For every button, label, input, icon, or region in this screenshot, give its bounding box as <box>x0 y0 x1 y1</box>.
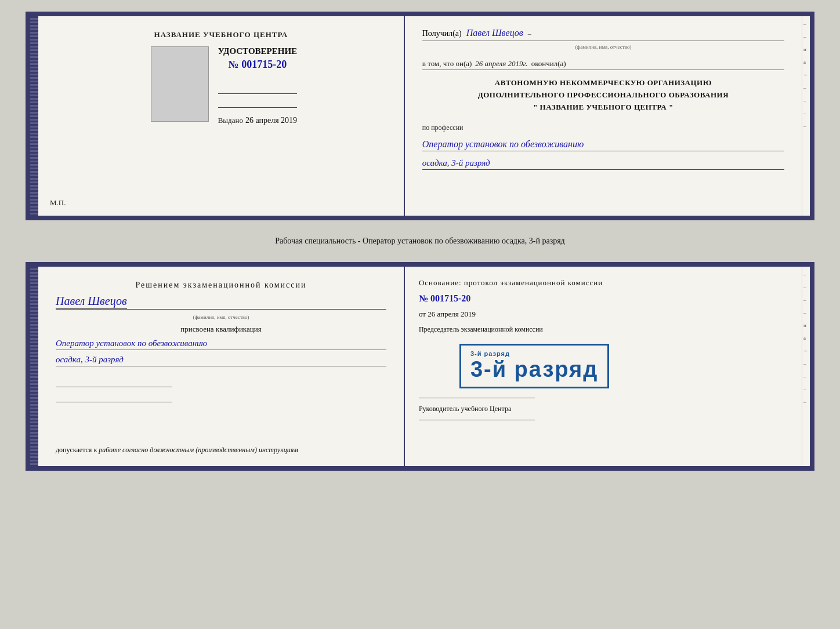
fio-hint-text: (фамилия, имя, отчество) <box>422 44 784 50</box>
osnov-label: Основание: протокол экзаменационной коми… <box>419 278 788 288</box>
photo-placeholder <box>151 46 209 122</box>
ot-date: 26 апреля 2019 <box>428 310 476 318</box>
vtom-prefix: в том, что он(а) <box>422 59 472 68</box>
ruk-label: Руководитель учебного Центра <box>419 404 788 414</box>
photo-column <box>145 46 209 130</box>
stamp-box: 3-й разряд 3-й разряд <box>459 344 609 388</box>
org-line1: АВТОНОМНУЮ НЕКОММЕРЧЕСКУЮ ОРГАНИЗАЦИЮ <box>422 77 784 89</box>
predsed-label: Председатель экзаменационной комиссии <box>419 325 788 335</box>
org-line2: ДОПОЛНИТЕЛЬНОГО ПРОФЕССИОНАЛЬНОГО ОБРАЗО… <box>422 89 784 101</box>
profession-label: по профессии <box>422 123 784 132</box>
sig-line-predsed <box>419 398 535 398</box>
doc2-right-panel: Основание: протокол экзаменационной коми… <box>405 267 802 466</box>
doc-spine-left <box>30 16 38 216</box>
vydano-row: Выдано 26 апреля 2019 <box>218 116 297 125</box>
org-line3: " НАЗВАНИЕ УЧЕБНОГО ЦЕНТРА " <box>422 101 784 114</box>
vtom-row: в том, что он(а) 26 апреля 2019г. окончи… <box>422 59 784 70</box>
doc-spine-2 <box>30 267 38 466</box>
right-sidebar-dec: – – и а ← – – – – <box>802 16 810 216</box>
document-card-1: НАЗВАНИЕ УЧЕБНОГО ЦЕНТРА УДОСТОВЕРЕНИЕ №… <box>26 12 814 220</box>
okonchil: окончил(а) <box>531 59 566 68</box>
vydano-date: 26 апреля 2019 <box>245 116 297 125</box>
dash-separator: – <box>528 30 531 38</box>
doc1-left-panel: НАЗВАНИЕ УЧЕБНОГО ЦЕНТРА УДОСТОВЕРЕНИЕ №… <box>38 16 405 216</box>
separator-text: Рабочая специальность - Оператор установ… <box>263 231 577 252</box>
sig-line-1 <box>218 83 298 94</box>
dopusk-prefix: допускается к <box>56 446 97 454</box>
profession-value: Оператор установок по обезвоживанию <box>422 139 784 151</box>
stamp-inner-label: 3-й разряд <box>470 350 598 357</box>
sig-line-b <box>56 391 172 402</box>
sig-line-ruk <box>419 420 535 420</box>
sig-lines <box>56 376 386 402</box>
ot-prefix: от <box>419 310 426 318</box>
doc2-left-panel: Решением экзаменационной комиссии Павел … <box>38 267 405 466</box>
predsed-text: Председатель экзаменационной комиссии <box>419 325 543 333</box>
doc1-center-label: НАЗВАНИЕ УЧЕБНОГО ЦЕНТРА <box>154 30 288 39</box>
vydano-prefix: Выдано <box>218 116 243 125</box>
fio-hint-1: (фамилия, имя, отчество) <box>422 43 784 50</box>
decision-label: Решением экзаменационной комиссии <box>56 281 386 290</box>
sig-line-2 <box>218 97 298 108</box>
document-card-2: Решением экзаменационной комиссии Павел … <box>26 262 814 471</box>
doc1-photo-row: УДОСТОВЕРЕНИЕ № 001715-20 Выдано 26 апре… <box>145 46 298 130</box>
dopusk-content: работе согласно должностным (производств… <box>99 446 298 454</box>
ruk-text: Руководитель учебного Центра <box>419 405 511 413</box>
specialty-value: осадка, 3-й разряд <box>422 158 784 170</box>
doc1-right-panel: Получил(а) Павел Швецов – (фамилия, имя,… <box>405 16 802 216</box>
ot-row: от 26 апреля 2019 <box>419 310 788 319</box>
sig-line-a <box>56 376 172 387</box>
stamp-big-text: 3-й разряд <box>470 357 598 382</box>
poluchil-prefix: Получил(а) <box>422 29 462 38</box>
recipient-name: Павел Швецов <box>466 28 523 38</box>
poluchil-row: Получил(а) Павел Швецов – <box>422 28 784 41</box>
doc2-fio-hint: (фамилия, имя, отчество) <box>56 314 386 320</box>
separator-content: Рабочая специальность - Оператор установ… <box>275 237 565 245</box>
protocol-num: № 001715-20 <box>419 293 788 304</box>
udost-num: № 001715-20 <box>229 59 287 71</box>
vtom-date: 26 апреля 2019г. <box>475 59 527 68</box>
mp-label: М.П. <box>50 198 66 208</box>
dopuskaetsya-text: допускается к работе согласно должностны… <box>56 446 398 455</box>
doc2-name: Павел Швецов <box>56 294 127 309</box>
qual-line2: осадка, 3-й разряд <box>56 355 386 366</box>
doc2-person-name: Павел Швецов <box>56 294 386 310</box>
left-text-column: УДОСТОВЕРЕНИЕ № 001715-20 Выдано 26 апре… <box>218 46 298 125</box>
right-sidebar-dec-2: – – – – и а ← – – – – <box>802 267 810 466</box>
qual-line1: Оператор установок по обезвоживанию <box>56 339 386 350</box>
stamp-container: 3-й разряд 3-й разряд <box>436 340 788 392</box>
org-block: АВТОНОМНУЮ НЕКОММЕРЧЕСКУЮ ОРГАНИЗАЦИЮ ДО… <box>422 77 784 113</box>
assigned-label: присвоена квалификация <box>56 325 386 334</box>
udost-label: УДОСТОВЕРЕНИЕ <box>218 46 298 56</box>
